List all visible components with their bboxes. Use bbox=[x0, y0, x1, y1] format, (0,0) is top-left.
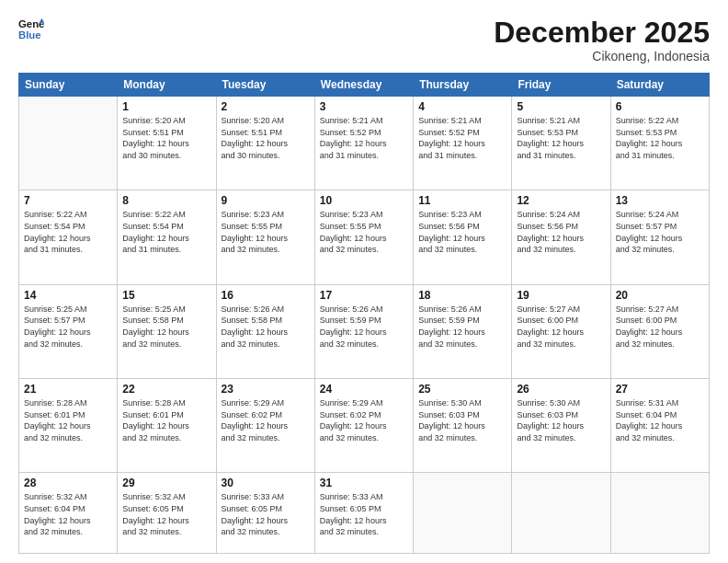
calendar-cell: 22Sunrise: 5:28 AM Sunset: 6:01 PM Dayli… bbox=[118, 379, 216, 473]
day-number: 12 bbox=[517, 194, 605, 207]
day-number: 25 bbox=[418, 383, 506, 396]
week-row-2: 7Sunrise: 5:22 AM Sunset: 5:54 PM Daylig… bbox=[19, 190, 710, 284]
day-number: 17 bbox=[320, 289, 408, 302]
calendar-cell: 29Sunrise: 5:32 AM Sunset: 6:05 PM Dayli… bbox=[118, 473, 216, 554]
day-info: Sunrise: 5:22 AM Sunset: 5:53 PM Dayligh… bbox=[616, 115, 704, 161]
week-row-1: 1Sunrise: 5:20 AM Sunset: 5:51 PM Daylig… bbox=[19, 97, 710, 190]
day-number: 31 bbox=[320, 477, 408, 489]
svg-text:Blue: Blue bbox=[18, 29, 41, 40]
svg-text:General: General bbox=[18, 18, 44, 29]
day-info: Sunrise: 5:20 AM Sunset: 5:51 PM Dayligh… bbox=[222, 115, 310, 161]
page: General Blue December 2025 Cikoneng, Ind… bbox=[0, 0, 728, 563]
calendar-cell: 18Sunrise: 5:26 AM Sunset: 5:59 PM Dayli… bbox=[414, 284, 512, 378]
day-number: 13 bbox=[616, 194, 704, 207]
calendar-cell: 14Sunrise: 5:25 AM Sunset: 5:57 PM Dayli… bbox=[19, 284, 118, 378]
day-number: 24 bbox=[320, 383, 408, 396]
day-number: 9 bbox=[222, 194, 310, 207]
calendar-cell: 12Sunrise: 5:24 AM Sunset: 5:56 PM Dayli… bbox=[512, 190, 610, 284]
calendar-cell: 6Sunrise: 5:22 AM Sunset: 5:53 PM Daylig… bbox=[610, 97, 709, 190]
day-number: 10 bbox=[320, 194, 408, 207]
day-info: Sunrise: 5:25 AM Sunset: 5:58 PM Dayligh… bbox=[122, 304, 210, 350]
day-info: Sunrise: 5:33 AM Sunset: 6:05 PM Dayligh… bbox=[222, 491, 310, 537]
day-number: 27 bbox=[616, 383, 704, 396]
day-number: 22 bbox=[122, 383, 210, 396]
subtitle: Cikoneng, Indonesia bbox=[494, 49, 710, 63]
header: General Blue December 2025 Cikoneng, Ind… bbox=[18, 17, 710, 63]
day-info: Sunrise: 5:20 AM Sunset: 5:51 PM Dayligh… bbox=[122, 115, 210, 161]
calendar-cell: 11Sunrise: 5:23 AM Sunset: 5:56 PM Dayli… bbox=[414, 190, 512, 284]
calendar-cell bbox=[19, 97, 118, 190]
week-row-3: 14Sunrise: 5:25 AM Sunset: 5:57 PM Dayli… bbox=[19, 284, 710, 378]
day-number: 2 bbox=[222, 100, 310, 113]
calendar-cell: 9Sunrise: 5:23 AM Sunset: 5:55 PM Daylig… bbox=[216, 190, 314, 284]
day-info: Sunrise: 5:30 AM Sunset: 6:03 PM Dayligh… bbox=[517, 397, 605, 443]
calendar-cell: 21Sunrise: 5:28 AM Sunset: 6:01 PM Dayli… bbox=[19, 379, 118, 473]
day-number: 20 bbox=[616, 289, 704, 302]
calendar-cell bbox=[610, 473, 709, 554]
day-info: Sunrise: 5:29 AM Sunset: 6:02 PM Dayligh… bbox=[222, 397, 310, 443]
calendar-cell: 13Sunrise: 5:24 AM Sunset: 5:57 PM Dayli… bbox=[610, 190, 709, 284]
day-info: Sunrise: 5:24 AM Sunset: 5:56 PM Dayligh… bbox=[517, 209, 605, 255]
calendar-table: Sunday Monday Tuesday Wednesday Thursday… bbox=[18, 73, 710, 554]
day-info: Sunrise: 5:28 AM Sunset: 6:01 PM Dayligh… bbox=[122, 397, 210, 443]
day-info: Sunrise: 5:21 AM Sunset: 5:53 PM Dayligh… bbox=[517, 115, 605, 161]
day-number: 16 bbox=[222, 289, 310, 302]
col-friday: Friday bbox=[512, 74, 610, 97]
day-info: Sunrise: 5:32 AM Sunset: 6:04 PM Dayligh… bbox=[24, 491, 112, 537]
col-thursday: Thursday bbox=[414, 74, 512, 97]
day-info: Sunrise: 5:27 AM Sunset: 6:00 PM Dayligh… bbox=[517, 304, 605, 350]
title-block: December 2025 Cikoneng, Indonesia bbox=[494, 17, 710, 63]
calendar-cell: 31Sunrise: 5:33 AM Sunset: 6:05 PM Dayli… bbox=[314, 473, 413, 554]
calendar-cell: 2Sunrise: 5:20 AM Sunset: 5:51 PM Daylig… bbox=[216, 97, 314, 190]
day-info: Sunrise: 5:31 AM Sunset: 6:04 PM Dayligh… bbox=[616, 397, 704, 443]
day-info: Sunrise: 5:23 AM Sunset: 5:56 PM Dayligh… bbox=[418, 209, 506, 255]
day-number: 8 bbox=[122, 194, 210, 207]
calendar-cell: 27Sunrise: 5:31 AM Sunset: 6:04 PM Dayli… bbox=[610, 379, 709, 473]
day-info: Sunrise: 5:33 AM Sunset: 6:05 PM Dayligh… bbox=[320, 491, 408, 537]
calendar-cell: 25Sunrise: 5:30 AM Sunset: 6:03 PM Dayli… bbox=[414, 379, 512, 473]
calendar-cell: 23Sunrise: 5:29 AM Sunset: 6:02 PM Dayli… bbox=[216, 379, 314, 473]
day-number: 11 bbox=[418, 194, 506, 207]
calendar-cell: 1Sunrise: 5:20 AM Sunset: 5:51 PM Daylig… bbox=[118, 97, 216, 190]
day-number: 29 bbox=[122, 477, 210, 489]
day-number: 18 bbox=[418, 289, 506, 302]
calendar-cell: 15Sunrise: 5:25 AM Sunset: 5:58 PM Dayli… bbox=[118, 284, 216, 378]
calendar-cell: 7Sunrise: 5:22 AM Sunset: 5:54 PM Daylig… bbox=[19, 190, 118, 284]
col-saturday: Saturday bbox=[610, 74, 709, 97]
day-info: Sunrise: 5:21 AM Sunset: 5:52 PM Dayligh… bbox=[320, 115, 408, 161]
day-number: 30 bbox=[222, 477, 310, 489]
header-row: Sunday Monday Tuesday Wednesday Thursday… bbox=[19, 74, 710, 97]
calendar-cell: 20Sunrise: 5:27 AM Sunset: 6:00 PM Dayli… bbox=[610, 284, 709, 378]
week-row-5: 28Sunrise: 5:32 AM Sunset: 6:04 PM Dayli… bbox=[19, 473, 710, 554]
calendar-cell: 30Sunrise: 5:33 AM Sunset: 6:05 PM Dayli… bbox=[216, 473, 314, 554]
col-wednesday: Wednesday bbox=[314, 74, 413, 97]
calendar-cell: 10Sunrise: 5:23 AM Sunset: 5:55 PM Dayli… bbox=[314, 190, 413, 284]
calendar-cell bbox=[512, 473, 610, 554]
col-sunday: Sunday bbox=[19, 74, 118, 97]
day-info: Sunrise: 5:26 AM Sunset: 5:58 PM Dayligh… bbox=[222, 304, 310, 350]
day-info: Sunrise: 5:25 AM Sunset: 5:57 PM Dayligh… bbox=[24, 304, 112, 350]
calendar-cell: 4Sunrise: 5:21 AM Sunset: 5:52 PM Daylig… bbox=[414, 97, 512, 190]
day-info: Sunrise: 5:28 AM Sunset: 6:01 PM Dayligh… bbox=[24, 397, 112, 443]
day-number: 14 bbox=[24, 289, 112, 302]
day-number: 3 bbox=[320, 100, 408, 113]
week-row-4: 21Sunrise: 5:28 AM Sunset: 6:01 PM Dayli… bbox=[19, 379, 710, 473]
day-info: Sunrise: 5:22 AM Sunset: 5:54 PM Dayligh… bbox=[24, 209, 112, 255]
day-number: 15 bbox=[122, 289, 210, 302]
calendar-cell: 8Sunrise: 5:22 AM Sunset: 5:54 PM Daylig… bbox=[118, 190, 216, 284]
calendar-cell bbox=[414, 473, 512, 554]
calendar-cell: 17Sunrise: 5:26 AM Sunset: 5:59 PM Dayli… bbox=[314, 284, 413, 378]
day-number: 23 bbox=[222, 383, 310, 396]
day-info: Sunrise: 5:29 AM Sunset: 6:02 PM Dayligh… bbox=[320, 397, 408, 443]
day-number: 7 bbox=[24, 194, 112, 207]
logo-icon: General Blue bbox=[18, 17, 44, 42]
day-info: Sunrise: 5:30 AM Sunset: 6:03 PM Dayligh… bbox=[418, 397, 506, 443]
calendar-cell: 19Sunrise: 5:27 AM Sunset: 6:00 PM Dayli… bbox=[512, 284, 610, 378]
month-title: December 2025 bbox=[494, 17, 710, 49]
day-number: 21 bbox=[24, 383, 112, 396]
day-number: 5 bbox=[517, 100, 605, 113]
day-number: 26 bbox=[517, 383, 605, 396]
calendar-cell: 24Sunrise: 5:29 AM Sunset: 6:02 PM Dayli… bbox=[314, 379, 413, 473]
col-monday: Monday bbox=[118, 74, 216, 97]
logo: General Blue bbox=[18, 17, 44, 42]
